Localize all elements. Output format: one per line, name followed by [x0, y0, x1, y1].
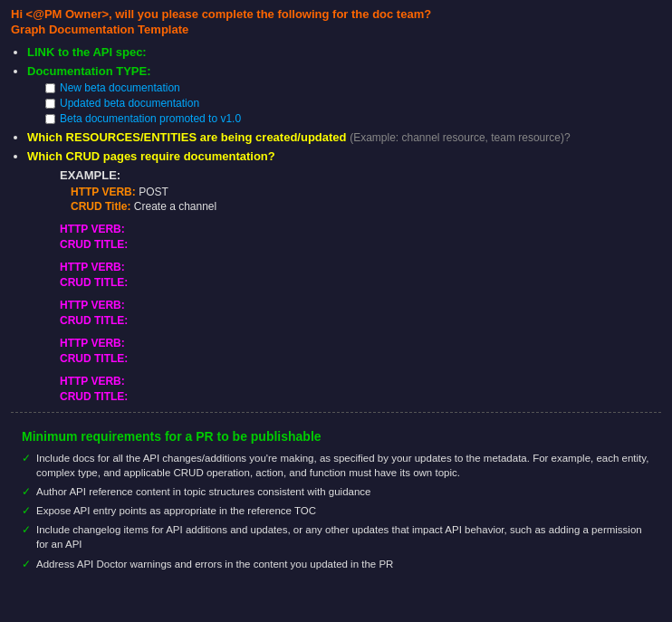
resources-example-text: (Example: channel resource, team resourc…: [350, 131, 570, 144]
checkbox-row-promoted: Beta documentation promoted to v1.0: [45, 112, 661, 125]
crud-block-1-title-row: CRUD TITLE:: [60, 237, 661, 251]
req-text-0: Include docs for all the API changes/add…: [36, 451, 650, 480]
req-text-3: Include changelog items for API addition…: [36, 522, 650, 551]
bullet-list: LINK to the API spec: Documentation TYPE…: [27, 45, 661, 403]
bullet-item-crud: Which CRUD pages require documentation? …: [27, 149, 661, 403]
checkbox-row-updated: Updated beta documentation: [45, 97, 661, 110]
check-icon-1: ✓: [22, 485, 31, 498]
crud-block-5-title-label: CRUD TITLE:: [60, 390, 128, 403]
crud-block-5-http-row: HTTP VERB:: [60, 374, 661, 388]
example-crud-title-row: CRUD Title: Create a channel: [71, 200, 661, 213]
crud-block-1-title-label: CRUD TITLE:: [60, 238, 128, 251]
req-item-4: ✓ Address API Doctor warnings and errors…: [22, 557, 650, 571]
crud-block-4-http-row: HTTP VERB:: [60, 336, 661, 349]
crud-block-4: HTTP VERB: CRUD TITLE:: [60, 336, 661, 365]
checkbox-promoted-beta[interactable]: [45, 114, 55, 124]
min-req-title: Minimum requirements for a PR to be publ…: [22, 429, 650, 444]
crud-block-4-title-label: CRUD TITLE:: [60, 352, 128, 365]
example-crud-title-value: Create a channel: [134, 200, 216, 213]
crud-block-5-title-row: CRUD TITLE:: [60, 389, 661, 403]
checkbox-updated-beta-label: Updated beta documentation: [60, 97, 199, 110]
crud-block-2-http-row: HTTP VERB:: [60, 260, 661, 273]
req-item-3: ✓ Include changelog items for API additi…: [22, 522, 650, 551]
crud-block-3-http-row: HTTP VERB:: [60, 298, 661, 311]
greeting-text: Hi <@PM Owner>, will you please complete…: [11, 7, 661, 21]
crud-label: Which CRUD pages require documentation?: [27, 149, 275, 163]
bullet-item-link: LINK to the API spec:: [27, 45, 661, 59]
link-label: LINK to the API spec:: [27, 45, 147, 59]
crud-block-4-title-row: CRUD TITLE:: [60, 351, 661, 365]
crud-block-1-http-row: HTTP VERB:: [60, 222, 661, 235]
checkbox-new-beta-label: New beta documentation: [60, 81, 180, 94]
req-item-1: ✓ Author API reference content in topic …: [22, 484, 650, 499]
min-requirements-section: Minimum requirements for a PR to be publ…: [11, 422, 661, 583]
resources-label: Which RESOURCES/ENTITIES are being creat…: [27, 130, 347, 144]
crud-block-4-http-label: HTTP VERB:: [60, 337, 125, 349]
checkbox-row-new: New beta documentation: [45, 81, 661, 94]
example-http-verb-label: HTTP VERB:: [71, 186, 136, 198]
crud-block-5-http-label: HTTP VERB:: [60, 375, 125, 388]
crud-block-3-title-row: CRUD TITLE:: [60, 313, 661, 327]
crud-block-2: HTTP VERB: CRUD TITLE:: [60, 260, 661, 289]
crud-block-3-title-label: CRUD TITLE:: [60, 314, 128, 327]
crud-block-2-title-label: CRUD TITLE:: [60, 276, 128, 289]
check-icon-2: ✓: [22, 504, 31, 517]
checkbox-promoted-beta-label: Beta documentation promoted to v1.0: [60, 112, 241, 125]
checkbox-new-beta[interactable]: [45, 83, 55, 93]
template-title: Graph Documentation Template: [11, 23, 661, 36]
crud-block-1: HTTP VERB: CRUD TITLE:: [60, 222, 661, 251]
example-crud-title-label: CRUD Title:: [71, 200, 130, 213]
doctype-label: Documentation TYPE:: [27, 64, 151, 78]
req-text-2: Expose API entry points as appropriate i…: [36, 503, 316, 518]
crud-block-2-title-row: CRUD TITLE:: [60, 275, 661, 289]
main-content: Hi <@PM Owner>, will you please complete…: [0, 0, 672, 590]
check-icon-3: ✓: [22, 523, 31, 536]
bullet-item-doctype: Documentation TYPE: New beta documentati…: [27, 64, 661, 125]
section-divider: [11, 412, 661, 413]
req-item-2: ✓ Expose API entry points as appropriate…: [22, 503, 650, 518]
crud-block-3-http-label: HTTP VERB:: [60, 299, 125, 311]
req-text-4: Address API Doctor warnings and errors i…: [36, 557, 393, 571]
checkbox-group: New beta documentation Updated beta docu…: [45, 81, 661, 125]
checkbox-updated-beta[interactable]: [45, 99, 55, 109]
check-icon-0: ✓: [22, 452, 31, 464]
check-icon-4: ✓: [22, 558, 31, 570]
example-http-verb-row: HTTP VERB: POST: [71, 186, 661, 198]
example-http-verb-value: POST: [139, 186, 168, 198]
crud-block-5: HTTP VERB: CRUD TITLE:: [60, 374, 661, 403]
req-text-1: Author API reference content in topic st…: [36, 484, 370, 499]
bullet-item-resources: Which RESOURCES/ENTITIES are being creat…: [27, 130, 661, 144]
example-heading: EXAMPLE:: [60, 168, 661, 182]
req-item-0: ✓ Include docs for all the API changes/a…: [22, 451, 650, 480]
example-section: EXAMPLE: HTTP VERB: POST CRUD Title: Cre…: [60, 168, 661, 213]
crud-block-2-http-label: HTTP VERB:: [60, 261, 125, 273]
crud-block-3: HTTP VERB: CRUD TITLE:: [60, 298, 661, 327]
crud-block-1-http-label: HTTP VERB:: [60, 223, 125, 235]
